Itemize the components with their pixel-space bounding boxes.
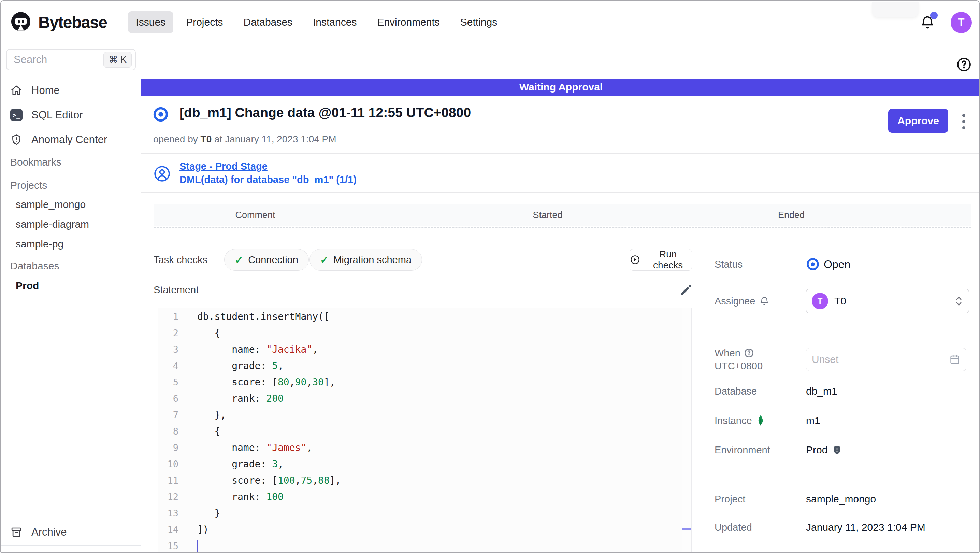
mongodb-leaf-icon <box>756 415 765 426</box>
divider <box>141 192 980 193</box>
column-header-comment: Comment <box>235 204 275 226</box>
stage-link[interactable]: Stage - Prod Stage <box>180 161 267 172</box>
nav-tab-environments[interactable]: Environments <box>369 11 447 33</box>
play-circle-icon <box>630 254 640 265</box>
search-input[interactable] <box>7 54 103 66</box>
project-value: sample_mongo <box>806 493 876 505</box>
when-help-icon[interactable] <box>744 348 754 358</box>
sidebar: ⌘ K Home >_ SQL Editor Anomaly Center Bo… <box>1 45 141 553</box>
nav-tab-projects[interactable]: Projects <box>178 11 231 33</box>
assignee-avatar: T <box>812 293 828 309</box>
instance-row: Instance m1 <box>714 413 972 428</box>
updated-value: January 11, 2023 1:04 PM <box>806 521 925 533</box>
assignee-select[interactable]: T T0 <box>806 289 969 313</box>
status-open-icon <box>806 257 819 271</box>
environment-shield-icon <box>832 445 843 455</box>
status-row: Status Open <box>714 256 972 273</box>
sidebar-item-anomaly-center[interactable]: Anomaly Center <box>1 131 141 149</box>
assignee-label: Assignee <box>714 296 806 307</box>
status-value: Open <box>806 257 850 271</box>
check-chip-migration-schema[interactable]: ✓ Migration schema <box>310 249 422 271</box>
line-number: 7 <box>158 410 188 420</box>
divider <box>714 478 971 478</box>
statement-code-editor[interactable]: 1db.student.insertMany([2 {3 name: "Jaci… <box>158 308 692 553</box>
code-line: 7 }, <box>158 406 691 423</box>
database-label: Database <box>714 386 806 397</box>
sidebar-bottom-divider <box>1 545 141 546</box>
nav-tab-databases[interactable]: Databases <box>236 11 300 33</box>
top-nav: Bytebase Issues Projects Databases Insta… <box>1 1 979 45</box>
main-nav: Issues Projects Databases Instances Envi… <box>128 11 505 33</box>
code-line: 8 { <box>158 423 691 439</box>
brand[interactable]: Bytebase <box>10 11 107 33</box>
project-row: Project sample_mongo <box>714 492 972 507</box>
database-row: Database db_m1 <box>714 384 972 399</box>
nav-tab-settings[interactable]: Settings <box>452 11 505 33</box>
indent-guide <box>198 326 198 521</box>
issue-details-panel: Status Open Assignee <box>703 239 980 553</box>
divider <box>714 330 971 330</box>
sidebar-item-label: SQL Editor <box>32 109 83 121</box>
code-line: 1db.student.insertMany([ <box>158 308 691 325</box>
sidebar-project-sample-pg[interactable]: sample-pg <box>16 238 64 250</box>
check-icon: ✓ <box>320 254 329 266</box>
check-chip-connection[interactable]: ✓ Connection <box>224 249 309 271</box>
code-line: 3 name: "Jacika", <box>158 341 691 357</box>
sidebar-database-prod[interactable]: Prod <box>16 280 39 292</box>
task-link[interactable]: DML(data) for database "db_m1" (1/1) <box>180 174 356 185</box>
environment-row: Environment Prod <box>714 442 972 457</box>
line-number: 5 <box>158 377 188 387</box>
check-chip-label: Migration schema <box>333 254 412 266</box>
app-window: Bytebase Issues Projects Databases Insta… <box>0 0 980 553</box>
line-number: 1 <box>158 311 188 322</box>
task-table-header: Comment Started Ended <box>154 204 972 226</box>
sidebar-item-label: Archive <box>32 526 67 538</box>
when-date-input[interactable] <box>812 354 949 365</box>
line-number: 14 <box>158 524 188 535</box>
issue-opened-at: January 11, 2023 1:04 PM <box>225 134 336 144</box>
sidebar-item-archive[interactable]: Archive <box>1 523 141 542</box>
editor-cursor <box>197 540 198 553</box>
chevron-updown-icon <box>954 295 964 307</box>
when-row: When UTC+0800 <box>714 347 972 372</box>
status-banner: Waiting Approval <box>141 78 980 96</box>
edit-pencil-icon[interactable] <box>679 283 693 297</box>
when-timezone: UTC+0800 <box>714 360 763 371</box>
user-avatar[interactable]: T <box>951 12 972 33</box>
nav-right: T <box>920 1 979 45</box>
assignee-value: T0 <box>834 295 846 307</box>
sidebar-project-sample-diagram[interactable]: sample-diagram <box>16 218 89 230</box>
line-number: 6 <box>158 393 188 404</box>
issue-byline: opened by T0 at January 11, 2023 1:04 PM <box>153 134 336 145</box>
sidebar-project-sample-mongo[interactable]: sample_mongo <box>16 199 86 210</box>
code-line: 9 name: "James", <box>158 439 691 456</box>
updated-row: Updated January 11, 2023 1:04 PM <box>714 520 972 535</box>
line-number: 15 <box>158 541 188 551</box>
approve-button[interactable]: Approve <box>888 109 948 133</box>
issue-more-menu-button[interactable] <box>956 111 971 132</box>
line-number: 10 <box>158 459 188 469</box>
line-number: 12 <box>158 492 188 502</box>
column-header-started: Started <box>533 204 562 226</box>
calendar-icon[interactable] <box>949 354 961 365</box>
instance-value: m1 <box>806 415 820 426</box>
editor-scrollbar[interactable] <box>682 308 691 553</box>
when-date-input-wrap <box>806 348 966 371</box>
sidebar-item-sql-editor[interactable]: >_ SQL Editor <box>1 106 141 124</box>
nav-tab-issues[interactable]: Issues <box>128 11 173 33</box>
run-checks-button[interactable]: Run checks <box>630 249 692 271</box>
help-circle-icon[interactable] <box>956 57 972 72</box>
sidebar-item-home[interactable]: Home <box>1 81 141 100</box>
code-line: 12 rank: 100 <box>158 488 691 505</box>
faded-popover <box>872 2 919 17</box>
stage-user-icon <box>154 165 170 182</box>
bytebase-logo-icon <box>10 11 32 33</box>
notification-bell-button[interactable] <box>920 14 935 31</box>
instance-label: Instance <box>714 415 806 426</box>
code-lines: 1db.student.insertMany([2 {3 name: "Jaci… <box>158 308 691 553</box>
sidebar-item-label: Anomaly Center <box>32 134 107 146</box>
line-number: 4 <box>158 360 188 371</box>
nav-tab-instances[interactable]: Instances <box>305 11 364 33</box>
code-line: 11 score: [100,75,88], <box>158 472 691 488</box>
archive-icon <box>10 526 22 538</box>
